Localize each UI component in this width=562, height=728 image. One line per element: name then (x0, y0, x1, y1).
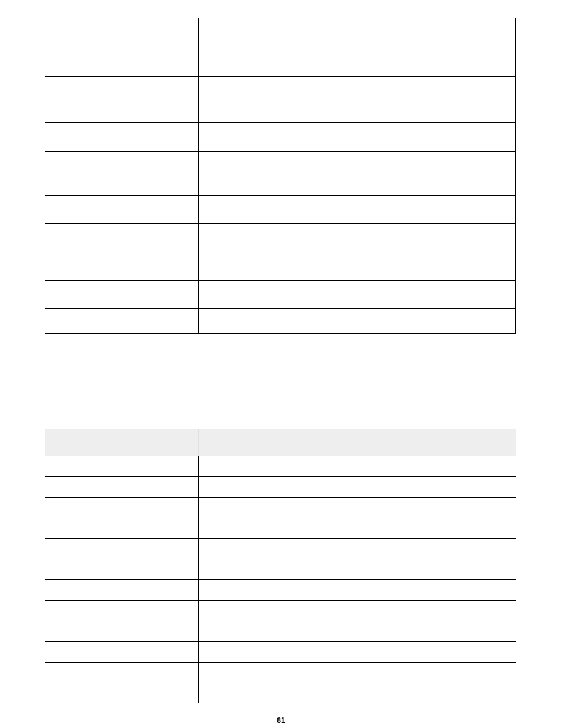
table-cell (356, 47, 516, 76)
table-cell (198, 47, 356, 76)
table-row (45, 683, 516, 703)
table-cell (356, 77, 516, 107)
table-cell (356, 642, 516, 662)
table-row (45, 642, 516, 663)
table-cell (198, 281, 356, 308)
table-row (45, 559, 516, 580)
table-cell (45, 281, 198, 308)
table-cell (356, 621, 516, 641)
table-row (45, 456, 516, 477)
table-bottom (45, 429, 516, 703)
table-cell (198, 196, 356, 223)
table-cell (356, 518, 516, 538)
table-cell (356, 309, 516, 333)
table-cell (198, 642, 356, 662)
table-cell (45, 152, 198, 180)
table-cell (356, 123, 516, 151)
table-row (45, 224, 516, 252)
table-row (45, 518, 516, 539)
table-cell (45, 642, 198, 662)
table-cell (45, 309, 198, 333)
table-row (45, 152, 516, 180)
table-header-cell (356, 429, 516, 456)
table-cell (45, 580, 198, 600)
table-cell (356, 539, 516, 559)
table-cell (198, 252, 356, 280)
table-cell (356, 180, 516, 195)
table-cell (45, 518, 198, 538)
table-cell (356, 196, 516, 223)
table-row (45, 539, 516, 559)
table-cell (356, 107, 516, 122)
table-header-cell (45, 429, 198, 456)
table-cell (45, 539, 198, 559)
table-row (45, 123, 516, 152)
table-cell (45, 683, 198, 703)
table-row (45, 663, 516, 683)
table-cell (45, 498, 198, 518)
table-cell (198, 683, 356, 703)
table-cell (198, 224, 356, 252)
table-cell (45, 123, 198, 151)
table-row (45, 180, 516, 196)
table-cell (198, 152, 356, 180)
table-cell (198, 498, 356, 518)
table-cell (45, 224, 198, 252)
page: 81 (0, 18, 562, 728)
table-cell (198, 601, 356, 621)
table-row (45, 18, 516, 47)
table-cell (45, 477, 198, 497)
table-cell (45, 559, 198, 579)
table-header-row (45, 429, 516, 456)
table-cell (356, 224, 516, 252)
table-cell (45, 180, 198, 195)
table-cell (198, 309, 356, 333)
table-cell (356, 559, 516, 579)
table-row (45, 498, 516, 518)
table-row (45, 196, 516, 224)
table-cell (356, 477, 516, 497)
table-cell (356, 281, 516, 308)
table-cell (198, 621, 356, 641)
table-cell (356, 580, 516, 600)
table-row (45, 601, 516, 621)
table-cell (356, 601, 516, 621)
table-cell (198, 580, 356, 600)
table-cell (356, 252, 516, 280)
table-cell (45, 196, 198, 223)
table-cell (45, 663, 198, 683)
table-row (45, 107, 516, 123)
table-row (45, 621, 516, 642)
table-cell (198, 456, 356, 476)
table-cell (45, 252, 198, 280)
table-cell (356, 18, 516, 47)
table-cell (198, 77, 356, 107)
table-cell (356, 456, 516, 476)
table-cell (45, 77, 198, 107)
table-cell (198, 559, 356, 579)
table-cell (356, 663, 516, 683)
table-header-cell (198, 429, 356, 456)
table-cell (45, 18, 198, 47)
table-row (45, 47, 516, 77)
table-cell (198, 663, 356, 683)
table-cell (45, 601, 198, 621)
table-cell (198, 518, 356, 538)
table-top (45, 18, 516, 331)
table-row (45, 77, 516, 107)
table-cell (45, 47, 198, 76)
table-cell (198, 18, 356, 47)
table-cell (45, 621, 198, 641)
table-row (45, 309, 516, 334)
table-cell (45, 456, 198, 476)
table-row (45, 580, 516, 601)
table-row (45, 252, 516, 281)
table-cell (356, 683, 516, 703)
table-cell (198, 180, 356, 195)
section-separator (45, 367, 517, 367)
table-cell (356, 498, 516, 518)
table-cell (198, 123, 356, 151)
table-row (45, 477, 516, 498)
table-row (45, 281, 516, 309)
table-cell (198, 477, 356, 497)
